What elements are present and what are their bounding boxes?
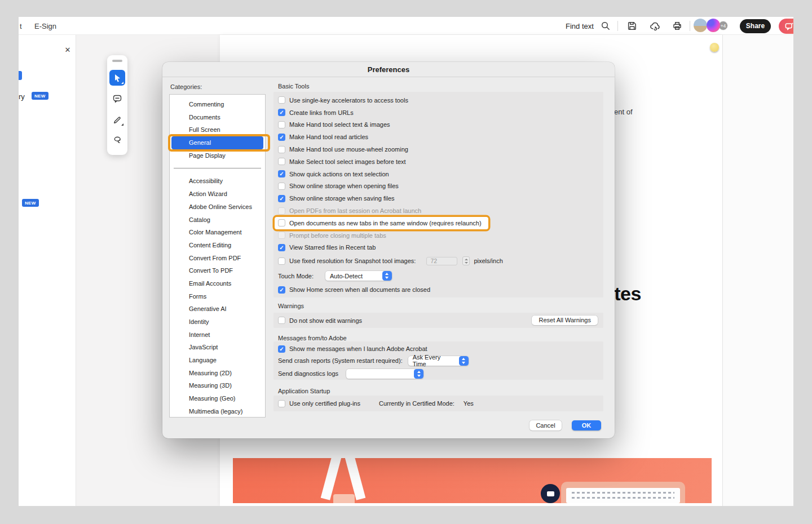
select-value: Ask Every Time bbox=[408, 354, 459, 367]
preference-row: Show online storage when saving files bbox=[278, 192, 599, 205]
checkbox bbox=[278, 232, 285, 239]
category-item[interactable]: Generative AI bbox=[170, 303, 265, 316]
checkbox[interactable] bbox=[278, 400, 285, 407]
categories-divider bbox=[174, 168, 261, 168]
category-item[interactable]: Content Editing bbox=[170, 239, 265, 252]
select-tool-button[interactable] bbox=[109, 70, 125, 86]
category-item[interactable]: Forms bbox=[170, 290, 265, 303]
certified-mode-label: Currently in Certified Mode: bbox=[379, 400, 454, 407]
category-item[interactable]: Measuring (3D) bbox=[170, 379, 265, 392]
avatar[interactable] bbox=[707, 19, 720, 32]
category-item[interactable]: Internet bbox=[170, 328, 265, 341]
crash-reports-select[interactable]: Ask Every Time bbox=[408, 356, 469, 366]
preference-label: Make Hand tool use mouse-wheel zooming bbox=[289, 146, 408, 153]
cancel-button[interactable]: Cancel bbox=[529, 420, 562, 430]
preference-row: Show quick actions on text selection bbox=[278, 168, 599, 180]
floating-quick-toolbar bbox=[107, 55, 127, 155]
preference-label: Make Select tool select images before te… bbox=[289, 158, 406, 165]
category-item[interactable]: Measuring (2D) bbox=[170, 367, 265, 380]
category-item[interactable]: Color Management bbox=[170, 226, 265, 239]
checkbox-checked[interactable] bbox=[278, 244, 285, 251]
draw-tool-button[interactable] bbox=[109, 112, 125, 127]
basic-tools-rows: Use single-key accelerators to access to… bbox=[273, 92, 603, 297]
checkbox-checked[interactable] bbox=[278, 195, 285, 202]
save-icon[interactable] bbox=[625, 19, 639, 33]
comment-tool-button[interactable] bbox=[109, 91, 125, 106]
checkbox-checked[interactable] bbox=[278, 134, 285, 141]
category-item[interactable]: General bbox=[171, 136, 263, 149]
preference-label: Open documents as new tabs in the same w… bbox=[289, 220, 482, 227]
preference-label: Show online storage when saving files bbox=[289, 195, 395, 202]
category-item[interactable]: Catalog bbox=[170, 214, 265, 227]
unit-label: pixels/inch bbox=[474, 257, 502, 264]
menu-item-partial[interactable]: t bbox=[20, 22, 22, 30]
preference-label: Do not show edit warnings bbox=[289, 317, 362, 324]
checkbox[interactable] bbox=[278, 317, 285, 324]
select-stepper-icon bbox=[414, 369, 423, 379]
preference-label: Use fixed resolution for Snapshot tool i… bbox=[289, 257, 416, 264]
ok-button[interactable]: OK bbox=[572, 420, 601, 430]
top-menubar: t E-Sign Find text +4 Share bbox=[19, 17, 793, 35]
category-item[interactable]: Page Display bbox=[170, 149, 265, 162]
snapshot-resolution-input: 72 bbox=[426, 257, 457, 265]
select-stepper-icon[interactable] bbox=[382, 271, 392, 281]
category-item[interactable]: Adobe Online Services bbox=[170, 201, 265, 214]
checkbox-checked[interactable] bbox=[278, 170, 285, 177]
comment-bubble-badge bbox=[541, 484, 560, 503]
category-item[interactable]: Action Wizard bbox=[170, 188, 265, 201]
tablet-toolbar bbox=[566, 488, 680, 503]
checkbox-checked[interactable] bbox=[278, 109, 285, 116]
search-icon[interactable] bbox=[598, 19, 613, 33]
category-item[interactable]: Language bbox=[170, 354, 265, 367]
lanyard-badge-graphic bbox=[333, 494, 355, 503]
category-item[interactable]: Accessibility bbox=[170, 175, 265, 188]
share-button[interactable]: Share bbox=[740, 19, 771, 33]
checkbox-checked[interactable] bbox=[278, 286, 285, 294]
category-item[interactable]: Multimedia (legacy) bbox=[170, 405, 265, 418]
category-item[interactable]: Identity bbox=[170, 316, 265, 328]
checkbox[interactable] bbox=[278, 121, 285, 128]
category-item[interactable]: Commenting bbox=[170, 98, 265, 111]
category-item[interactable]: Convert From PDF bbox=[170, 252, 265, 265]
checkbox-checked[interactable] bbox=[278, 345, 285, 353]
yellow-comment-dot-icon[interactable] bbox=[710, 43, 719, 52]
checkbox[interactable] bbox=[278, 219, 285, 227]
category-item[interactable]: JavaScript bbox=[170, 341, 265, 354]
right-tools-panel bbox=[722, 35, 793, 506]
touch-mode-select[interactable]: Auto-Detect bbox=[325, 271, 392, 281]
preference-row: Use single-key accelerators to access to… bbox=[278, 94, 599, 106]
preference-label: Touch Mode: bbox=[278, 273, 314, 279]
checkbox[interactable] bbox=[278, 158, 285, 165]
flyout-indicator bbox=[121, 123, 123, 126]
preference-row: View Starred files in Recent tab bbox=[278, 242, 599, 254]
checkbox[interactable] bbox=[278, 257, 285, 265]
lasso-tool-button[interactable] bbox=[109, 132, 125, 148]
close-icon[interactable]: ✕ bbox=[63, 46, 72, 55]
checkbox[interactable] bbox=[278, 96, 285, 104]
print-icon[interactable] bbox=[670, 19, 685, 33]
drag-handle[interactable] bbox=[112, 60, 122, 62]
category-item[interactable]: Full Screen bbox=[170, 123, 265, 136]
preference-row: Make Hand tool use mouse-wheel zooming bbox=[278, 143, 599, 156]
cloud-sync-icon[interactable] bbox=[647, 19, 662, 33]
avatar[interactable] bbox=[694, 19, 707, 32]
find-text-label[interactable]: Find text bbox=[566, 22, 594, 30]
menu-item-esign[interactable]: E-Sign bbox=[34, 22, 56, 30]
diagnostics-logs-select[interactable] bbox=[346, 369, 423, 379]
chat-sparkle-icon bbox=[784, 21, 793, 32]
feedback-button[interactable] bbox=[779, 19, 793, 34]
document-banner-image bbox=[233, 458, 712, 503]
sidebar-partial-label: ry bbox=[19, 92, 25, 101]
category-item[interactable]: Documents bbox=[170, 111, 265, 124]
section-header-warnings: Warnings bbox=[278, 303, 304, 309]
checkbox[interactable] bbox=[278, 146, 285, 153]
category-item[interactable]: Convert To PDF bbox=[170, 264, 265, 277]
category-item[interactable]: Email Accounts bbox=[170, 277, 265, 290]
reset-all-warnings-button[interactable]: Reset All Warnings bbox=[532, 316, 598, 325]
preference-row: Make Hand tool read articles bbox=[278, 131, 599, 143]
left-sidebar-panel: ✕ ry NEW NEW bbox=[19, 35, 76, 506]
preference-row: Show me messages when I launch Adobe Acr… bbox=[278, 343, 599, 354]
preference-row: Create links from URLs bbox=[278, 106, 599, 119]
category-item[interactable]: Measuring (Geo) bbox=[170, 392, 265, 405]
checkbox[interactable] bbox=[278, 183, 285, 190]
